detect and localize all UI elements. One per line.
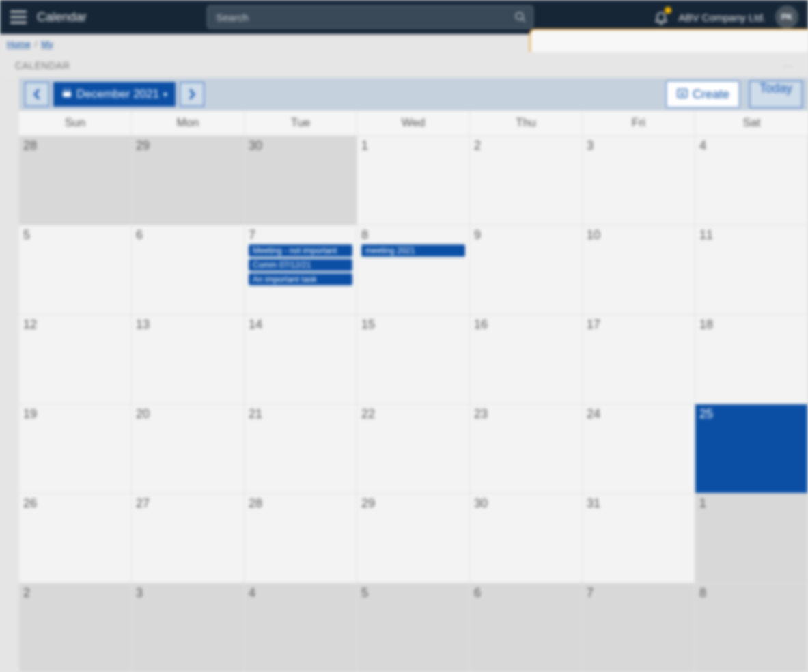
panel-options-icon[interactable]: ⋯ xyxy=(782,59,794,72)
day-cell[interactable]: 6 xyxy=(132,225,245,314)
notifications-icon[interactable] xyxy=(654,10,669,25)
avatar[interactable]: PK xyxy=(775,5,798,29)
create-button[interactable]: Create xyxy=(666,81,740,108)
day-number: 1 xyxy=(699,496,803,511)
day-number: 29 xyxy=(361,496,465,511)
day-cell[interactable]: 11 xyxy=(695,225,808,314)
calendar-grid: 2829301234567Meeting - not importantComm… xyxy=(19,135,808,672)
weekday-label: Wed xyxy=(357,111,470,135)
day-cell[interactable]: 1 xyxy=(695,493,808,583)
day-number: 5 xyxy=(23,228,127,242)
breadcrumb-my[interactable]: My xyxy=(41,39,53,49)
day-cell[interactable]: 8meeting 2021 xyxy=(357,225,470,314)
day-number: 8 xyxy=(699,586,803,600)
day-cell[interactable]: 22 xyxy=(357,404,470,493)
day-number: 24 xyxy=(587,407,691,421)
day-cell[interactable]: 2 xyxy=(470,135,583,225)
calendar-event[interactable]: Comm 07/12/21 xyxy=(249,259,352,271)
day-cell[interactable]: 29 xyxy=(357,493,470,583)
day-cell[interactable]: 14 xyxy=(245,314,357,404)
day-cell[interactable]: 28 xyxy=(19,135,132,225)
breadcrumb: Home / My xyxy=(0,34,808,53)
day-number: 28 xyxy=(23,139,127,153)
day-number: 23 xyxy=(474,407,578,421)
day-number: 3 xyxy=(587,139,691,153)
company-name[interactable]: ABV Company Ltd. xyxy=(678,12,766,23)
day-number: 22 xyxy=(361,407,465,421)
search-field xyxy=(207,5,533,29)
weekday-label: Tue xyxy=(245,111,357,135)
weekday-label: Sat xyxy=(695,111,808,135)
day-number: 5 xyxy=(361,586,465,600)
day-cell[interactable]: 28 xyxy=(245,493,357,583)
app-title: Calendar xyxy=(37,10,87,25)
day-cell[interactable]: 6 xyxy=(470,583,583,672)
day-cell[interactable]: 7Meeting - not importantComm 07/12/21An … xyxy=(245,225,357,314)
month-picker-button[interactable]: December 2021 ▾ xyxy=(53,82,176,107)
day-cell[interactable]: 2 xyxy=(19,583,132,672)
day-cell[interactable]: 30 xyxy=(470,493,583,583)
day-cell[interactable]: 21 xyxy=(245,404,357,493)
day-number: 20 xyxy=(136,407,240,421)
day-number: 30 xyxy=(474,496,578,511)
svg-point-3 xyxy=(516,12,523,20)
day-cell[interactable]: 30 xyxy=(245,135,357,225)
day-number: 4 xyxy=(249,586,352,600)
day-cell[interactable]: 8 xyxy=(695,583,808,672)
day-number: 16 xyxy=(474,318,578,332)
calendar-panel: December 2021 ▾ Create Today SunMonTueWe… xyxy=(19,78,808,672)
day-cell[interactable]: 7 xyxy=(583,583,695,672)
day-number: 4 xyxy=(699,139,803,153)
day-cell[interactable]: 1 xyxy=(357,135,470,225)
menu-icon[interactable] xyxy=(10,8,27,26)
day-cell[interactable]: 3 xyxy=(583,135,695,225)
day-number: 7 xyxy=(249,228,352,242)
day-cell[interactable]: 26 xyxy=(19,493,132,583)
day-number: 21 xyxy=(249,407,352,421)
calendar-small-icon xyxy=(61,87,72,102)
day-cell[interactable]: 17 xyxy=(583,314,695,404)
day-cell[interactable]: 12 xyxy=(19,314,132,404)
day-cell[interactable]: 10 xyxy=(583,225,695,314)
calendar-event[interactable]: meeting 2021 xyxy=(361,244,465,257)
day-cell[interactable]: 5 xyxy=(357,583,470,672)
breadcrumb-home[interactable]: Home xyxy=(7,39,31,49)
day-cell[interactable]: 3 xyxy=(132,583,245,672)
day-cell[interactable]: 27 xyxy=(132,493,245,583)
day-number: 12 xyxy=(23,318,127,332)
day-cell[interactable]: 23 xyxy=(470,404,583,493)
day-cell[interactable]: 24 xyxy=(583,404,695,493)
day-number: 2 xyxy=(474,139,578,153)
weekday-header: SunMonTueWedThuFriSat xyxy=(19,111,808,135)
day-cell[interactable]: 4 xyxy=(695,135,808,225)
day-number: 17 xyxy=(587,318,691,332)
search-icon[interactable] xyxy=(514,11,527,26)
calendar-event[interactable]: Meeting - not important xyxy=(249,244,352,257)
day-cell[interactable]: 15 xyxy=(357,314,470,404)
day-number: 26 xyxy=(23,496,127,511)
day-cell[interactable]: 18 xyxy=(695,314,808,404)
search-input[interactable] xyxy=(207,5,533,29)
day-cell[interactable]: 5 xyxy=(19,225,132,314)
prev-month-button[interactable] xyxy=(25,82,49,107)
day-cell[interactable]: 13 xyxy=(132,314,245,404)
day-cell[interactable]: 31 xyxy=(583,493,695,583)
day-number: 30 xyxy=(249,139,352,153)
day-number: 2 xyxy=(23,586,127,600)
day-number: 14 xyxy=(249,318,352,332)
day-number: 11 xyxy=(699,228,803,242)
calendar-event[interactable]: An important task xyxy=(249,273,352,285)
today-button[interactable]: Today xyxy=(749,81,803,108)
weekday-label: Sun xyxy=(19,111,132,135)
day-cell[interactable]: 25 xyxy=(695,404,808,493)
day-cell[interactable]: 9 xyxy=(470,225,583,314)
day-cell[interactable]: 19 xyxy=(19,404,132,493)
day-cell[interactable]: 29 xyxy=(132,135,245,225)
day-cell[interactable]: 16 xyxy=(470,314,583,404)
day-number: 29 xyxy=(136,139,240,153)
day-cell[interactable]: 20 xyxy=(132,404,245,493)
day-cell[interactable]: 4 xyxy=(245,583,357,672)
next-month-button[interactable] xyxy=(180,82,204,107)
day-number: 9 xyxy=(474,228,578,242)
highlight-bar xyxy=(529,29,808,52)
